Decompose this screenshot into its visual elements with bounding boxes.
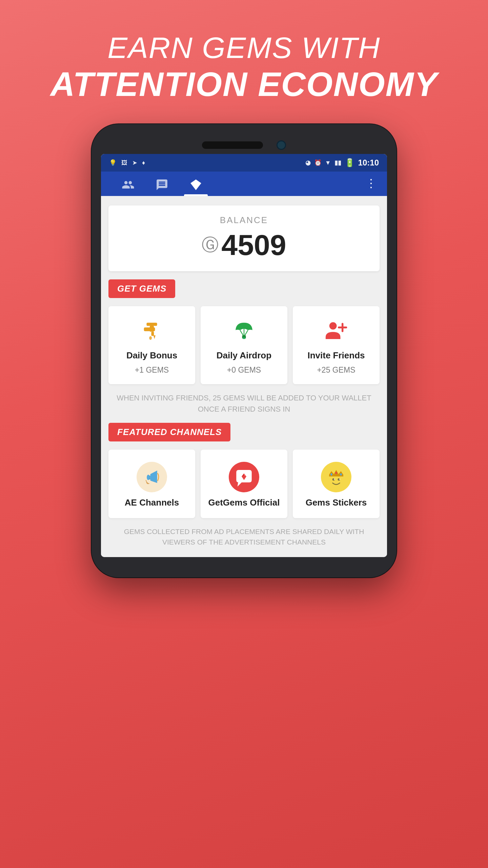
daily-airdrop-title: Daily Airdrop <box>217 350 271 361</box>
phone-top <box>101 134 387 154</box>
status-bar-left: 💡 🖼 ➤ ♦ <box>109 159 145 166</box>
featured-info: GEMS COLLECTED FROM AD PLACEMENTS ARE SH… <box>108 526 380 548</box>
ae-channels-name: AE Channels <box>125 497 179 509</box>
tab-people[interactable] <box>111 178 145 196</box>
hero-section: EARN GEMS WITH ATTENTION ECONOMY <box>50 31 438 104</box>
daily-airdrop-subtitle: +0 GEMS <box>227 366 261 375</box>
gems-stickers-icon <box>321 462 351 492</box>
status-bar: 💡 🖼 ➤ ♦ ◕ ⏰ ▼ ▮▮ 🔋 10:10 <box>101 154 387 172</box>
svg-line-8 <box>245 330 248 336</box>
svg-rect-3 <box>151 332 154 336</box>
featured-grid: AE Channels <box>108 450 380 518</box>
more-button[interactable]: ⋮ <box>365 176 377 196</box>
balance-label: BALANCE <box>118 215 370 225</box>
invite-friends-title: Invite Friends <box>307 350 365 361</box>
getgems-card[interactable]: GetGems Official <box>201 450 287 518</box>
parachute-icon <box>229 318 259 346</box>
invite-friends-subtitle: +25 GEMS <box>317 366 355 375</box>
wifi-icon: ▼ <box>325 159 331 166</box>
get-gems-badge: GET GEMS <box>108 279 175 298</box>
app-content: BALANCE Ⓖ 4509 GET GEMS <box>101 196 387 557</box>
balance-card: BALANCE Ⓖ 4509 <box>108 205 380 271</box>
daily-bonus-subtitle: +1 GEMS <box>135 366 169 375</box>
svg-point-11 <box>329 322 337 330</box>
app-toolbar: ⋮ <box>101 172 387 196</box>
gem-prefix-icon: Ⓖ <box>202 234 219 256</box>
svg-marker-5 <box>154 335 156 339</box>
location-icon: ➤ <box>132 159 137 166</box>
alarm-icon: ⏰ <box>314 159 322 166</box>
gems-stickers-name: Gems Stickers <box>306 497 367 509</box>
phone-camera <box>277 140 286 150</box>
daily-bonus-title: Daily Bonus <box>126 350 177 361</box>
earn-cards-grid: Daily Bonus +1 GEMS <box>108 306 380 384</box>
time-display: 10:10 <box>358 158 379 167</box>
svg-point-27 <box>334 479 335 480</box>
bluetooth-icon: ◕ <box>305 159 311 166</box>
status-bar-right: ◕ ⏰ ▼ ▮▮ 🔋 10:10 <box>305 158 379 167</box>
svg-point-28 <box>339 479 341 480</box>
phone-speaker <box>202 141 263 149</box>
featured-channels-badge: FEATURED CHANNELS <box>108 423 230 441</box>
hero-line2: ATTENTION ECONOMY <box>50 65 438 104</box>
svg-point-16 <box>147 475 150 480</box>
hero-line1: EARN GEMS WITH <box>50 31 438 65</box>
tab-gems[interactable] <box>179 178 213 196</box>
svg-point-4 <box>149 336 152 340</box>
battery-icon: 🔋 <box>345 158 355 167</box>
invite-friends-card[interactable]: Invite Friends +25 GEMS <box>293 306 380 384</box>
svg-rect-2 <box>144 328 155 331</box>
balance-value: Ⓖ 4509 <box>118 228 370 262</box>
svg-line-6 <box>240 330 243 336</box>
faucet-icon <box>137 318 167 346</box>
image-icon: 🖼 <box>121 159 127 166</box>
getgems-name: GetGems Official <box>208 497 280 509</box>
daily-bonus-card[interactable]: Daily Bonus +1 GEMS <box>108 306 195 384</box>
balance-number: 4509 <box>221 228 286 262</box>
ae-channels-icon <box>137 462 167 492</box>
phone-screen: 💡 🖼 ➤ ♦ ◕ ⏰ ▼ ▮▮ 🔋 10:10 <box>101 154 387 557</box>
svg-rect-0 <box>146 323 157 326</box>
phone-mockup: 💡 🖼 ➤ ♦ ◕ ⏰ ▼ ▮▮ 🔋 10:10 <box>92 124 396 577</box>
gem-status-icon: ♦ <box>142 159 145 166</box>
getgems-icon <box>229 462 259 492</box>
get-gems-section: GET GEMS <box>108 279 380 298</box>
bulb-icon: 💡 <box>109 159 117 166</box>
invite-info: WHEN INVITING FRIENDS, 25 GEMS WILL BE A… <box>108 392 380 415</box>
ae-channels-card[interactable]: AE Channels <box>108 450 195 518</box>
featured-channels-section: FEATURED CHANNELS <box>108 423 380 441</box>
daily-airdrop-card[interactable]: Daily Airdrop +0 GEMS <box>201 306 287 384</box>
svg-point-21 <box>325 466 348 489</box>
gems-stickers-card[interactable]: Gems Stickers <box>293 450 380 518</box>
tab-chat[interactable] <box>145 178 179 196</box>
signal-icon: ▮▮ <box>334 159 341 166</box>
invite-icon <box>321 318 351 346</box>
